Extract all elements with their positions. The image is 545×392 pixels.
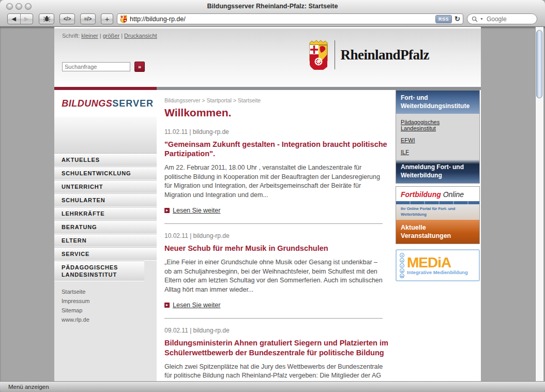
- site-logo-part2: SERVER: [112, 98, 154, 109]
- article-headline[interactable]: "Gemeinsam Zukunft gestalten - Integrati…: [164, 140, 390, 158]
- google-search-field[interactable]: ▼: [467, 13, 537, 24]
- site-logo-part1: BILDUNGS: [62, 98, 112, 109]
- print-view-link[interactable]: Druckansicht: [124, 33, 157, 39]
- read-more-label[interactable]: Lesen Sie weiter: [173, 301, 220, 309]
- article-separator: [164, 223, 383, 224]
- forum-letter: m: [400, 274, 404, 278]
- imedia-logo-text: MEDiA: [407, 256, 476, 269]
- article-date: 10.02.11 | bildung-rp.de: [164, 232, 390, 239]
- site-search-input[interactable]: [62, 62, 130, 71]
- sidebar-item-schularten[interactable]: SCHULARTEN: [54, 193, 157, 207]
- fortbildung-online-title: Fortbildung Online: [396, 187, 479, 201]
- site-logo[interactable]: BILDUNGSSERVER: [54, 90, 157, 117]
- article-date: 09.02.11 | bildung-rp.de: [164, 327, 390, 334]
- add-bookmark-button[interactable]: +: [101, 13, 113, 24]
- link-paedagogisches-landesinstitut[interactable]: Pädagogisches Landesinstitut: [396, 116, 479, 134]
- font-size-controls: Schrift: kleiner | größer | Druckansicht: [62, 33, 157, 39]
- coat-of-arms-icon: [308, 40, 329, 70]
- fortbildung-label: Fortbildung: [401, 190, 441, 199]
- browser-toolbar: ◀ ▶ </> ≡/> +: [0, 12, 545, 27]
- sidebar-item-schulentwicklung[interactable]: SCHULENTWICKLUNG: [54, 167, 157, 180]
- sidebar-footer-links: Startseite Impressum Sitemap www.rlp.de: [54, 281, 157, 323]
- url-text[interactable]: http://bildung-rp.de/: [130, 16, 433, 23]
- article-headline[interactable]: Bildungsministerin Ahnen gratuliert Sieg…: [164, 338, 390, 357]
- article-headline[interactable]: Neuer Schub für mehr Musik in Grundschul…: [164, 244, 390, 253]
- sidebar-link-startseite[interactable]: Startseite: [62, 289, 157, 295]
- search-icon: [472, 16, 478, 22]
- page-title: Willkommen.: [164, 107, 390, 119]
- back-button[interactable]: ◀: [8, 14, 21, 24]
- google-search-input[interactable]: [486, 15, 533, 23]
- news-article: 10.02.11 | bildung-rp.de Neuer Schub für…: [164, 232, 390, 319]
- site-search: »: [62, 62, 145, 72]
- search-engine-caret-icon[interactable]: ▼: [480, 17, 483, 21]
- scrollbar-thumb[interactable]: [536, 30, 542, 98]
- state-logo: RheinlandPfalz: [308, 40, 429, 70]
- forum-letter: u: [400, 268, 404, 273]
- forum-letter: o: [400, 258, 404, 263]
- sidebar-item-paedagogisches-landesinstitut[interactable]: PÄDAGOGISCHES LANDESINSTITUT: [54, 261, 144, 281]
- sidebar-item-service[interactable]: SERVICE: [54, 247, 157, 261]
- article-body: „Eine Feier in einer Grundschule ohne Mu…: [164, 258, 384, 294]
- forward-button[interactable]: ▶: [21, 14, 33, 24]
- state-logo-text: RheinlandPfalz: [340, 47, 429, 63]
- edit-source-button[interactable]: ≡/>: [80, 13, 96, 24]
- font-larger-link[interactable]: größer: [103, 33, 119, 39]
- font-label: Schrift:: [62, 33, 80, 39]
- font-smaller-link[interactable]: kleiner: [81, 33, 98, 39]
- news-article: 09.02.11 | bildung-rp.de Bildungsministe…: [164, 327, 390, 381]
- main-content: Bildungsserver > Startportal > Startseit…: [164, 90, 390, 381]
- news-article: 11.02.11 | bildung-rp.de "Gemeinsam Zuku…: [164, 128, 390, 224]
- fortbildung-online-banner[interactable]: Fortbildung Online Ihr Online Portal für…: [396, 186, 480, 244]
- browser-chrome: Bildungsserver Rheinland-Pfalz: Startsei…: [0, 0, 545, 27]
- status-text[interactable]: Menü anzeigen: [8, 384, 49, 390]
- forum-letter: r: [400, 263, 404, 268]
- separator: |: [100, 33, 101, 39]
- fortbildung-subtitle: Ihr Online Portal für Fort- und Weiterbi…: [396, 204, 479, 219]
- read-more-label[interactable]: Lesen Sie weiter: [173, 207, 220, 214]
- status-bar: Menü anzeigen: [0, 381, 545, 392]
- arrow-bullet-icon: ▸: [164, 303, 170, 308]
- institutes-links: Pädagogisches Landesinstitut EFWI ILF: [396, 114, 479, 160]
- sidebar-link-rlp[interactable]: www.rlp.de: [62, 316, 157, 323]
- site-search-go-button[interactable]: »: [134, 62, 145, 72]
- sidebar-item-unterricht[interactable]: UNTERRICHT: [54, 180, 157, 193]
- registration-banner[interactable]: Anmeldung Fort- und Weiterbildung: [396, 160, 479, 183]
- online-label: Online: [443, 190, 464, 199]
- article-separator: [164, 318, 383, 319]
- sidebar-link-impressum[interactable]: Impressum: [62, 298, 157, 304]
- imedia-forum-letters: f o r u m: [400, 253, 404, 278]
- link-efwi[interactable]: EFWI: [396, 134, 479, 146]
- sidebar-item-aktuelles[interactable]: AKTUELLES: [54, 153, 157, 167]
- forum-letter: f: [400, 253, 404, 258]
- sidebar-spacer: [54, 117, 157, 153]
- bug-icon: [43, 16, 51, 22]
- sidebar-item-beratung[interactable]: BERATUNG: [54, 220, 157, 234]
- browser-window: { "browser": { "title": "Bildungsserver …: [0, 0, 545, 392]
- sidebar-item-lehrkraefte[interactable]: LEHRKRÄFTE: [54, 207, 157, 220]
- link-ilf[interactable]: ILF: [396, 146, 479, 158]
- sidebar: BILDUNGSSERVER AKTUELLES SCHULENTWICKLUN…: [54, 90, 157, 381]
- sidebar-item-eltern[interactable]: ELTERN: [54, 234, 157, 247]
- nav-buttons: ◀ ▶: [7, 13, 33, 24]
- view-source-button[interactable]: </>: [59, 13, 75, 24]
- site-header: Schrift: kleiner | größer | Druckansicht…: [54, 28, 481, 87]
- separator: |: [121, 33, 123, 39]
- sidebar-link-sitemap[interactable]: Sitemap: [62, 307, 157, 313]
- webpage: Schrift: kleiner | größer | Druckansicht…: [54, 27, 481, 381]
- scrollbar[interactable]: [535, 27, 543, 381]
- read-more-link[interactable]: ▸ Lesen Sie weiter: [164, 207, 390, 214]
- reload-button[interactable]: ↻: [455, 15, 460, 23]
- rss-badge[interactable]: RSS: [435, 15, 452, 23]
- imedia-banner[interactable]: f o r u m MEDiA Integrative Medienbildun…: [396, 249, 480, 281]
- bug-report-button[interactable]: [39, 13, 54, 24]
- url-field[interactable]: http://bildung-rp.de/ RSS ↻: [117, 13, 463, 24]
- window-title: Bildungsserver Rheinland-Pfalz: Startsei…: [0, 3, 545, 10]
- read-more-link[interactable]: ▸ Lesen Sie weiter: [164, 301, 390, 309]
- article-body: Am 22. Februar 2011, 18.00 Uhr , veranst…: [164, 163, 384, 200]
- institutes-box-title: Fort- und Weiterbildungsinstitute: [396, 91, 479, 114]
- logo-divider: [335, 40, 335, 69]
- breadcrumb[interactable]: Bildungsserver > Startportal > Startseit…: [164, 97, 390, 103]
- events-banner[interactable]: Aktuelle Veranstaltungen: [396, 220, 479, 244]
- arrow-bullet-icon: ▸: [164, 208, 170, 213]
